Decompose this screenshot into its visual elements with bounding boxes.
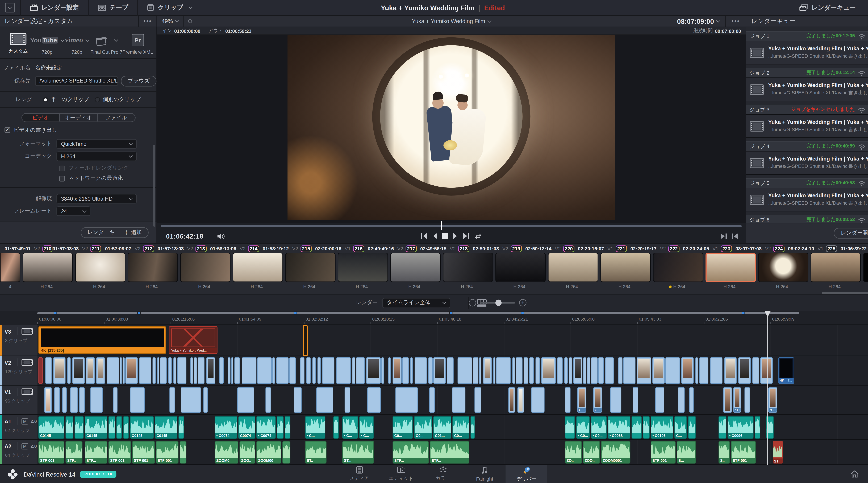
timeline-clip[interactable] xyxy=(531,387,545,413)
individual-clips-radio[interactable] xyxy=(95,97,100,102)
timeline-clip[interactable] xyxy=(322,357,335,384)
timeline-clip[interactable] xyxy=(130,387,145,413)
audio-clip[interactable] xyxy=(631,416,642,439)
audio-clip[interactable]: • C... xyxy=(359,416,374,439)
timeline-clip[interactable] xyxy=(508,387,515,413)
timeline-marker[interactable] xyxy=(294,311,297,315)
mute-button[interactable]: M xyxy=(22,443,28,449)
page-tab-fairlight[interactable]: Fairlight xyxy=(464,465,505,483)
audio-clip[interactable]: STF.. xyxy=(65,441,83,463)
export-video-checkbox[interactable]: ✓ xyxy=(4,127,10,133)
timeline-clip[interactable] xyxy=(761,357,773,384)
timeline-clip[interactable] xyxy=(493,357,495,384)
timeline-clip[interactable] xyxy=(157,357,159,384)
audio-clip[interactable]: • C0096 xyxy=(727,416,753,439)
timeline-marker[interactable] xyxy=(54,311,57,315)
timeline-clip[interactable] xyxy=(557,357,563,384)
timeline-clip[interactable] xyxy=(356,357,365,384)
job-header[interactable]: ジョブ 1完了しました00:12:05✕ xyxy=(746,32,868,41)
render-queue-toggle-button[interactable]: レンダーキュー xyxy=(790,0,865,15)
project-manager-icon[interactable] xyxy=(850,470,859,478)
track-header-v3[interactable]: V33 クリップ xyxy=(0,325,37,356)
timeline-ruler[interactable]: 01:00:00:0001:00:38:0301:01:16:0601:01:5… xyxy=(37,315,868,324)
audio-clip[interactable]: STF-001 xyxy=(651,441,676,463)
audio-clip[interactable]: • C0074 xyxy=(256,416,276,439)
track-header-a1[interactable]: A1M2.062 クリップ xyxy=(0,415,37,440)
timeline-clip[interactable] xyxy=(237,387,254,413)
panel-collapse-icon[interactable] xyxy=(5,3,14,12)
add-to-render-queue-button[interactable]: レンダーキューに追加 xyxy=(81,227,149,238)
audio-clip[interactable]: C0... xyxy=(453,416,469,439)
audio-mute-icon[interactable] xyxy=(217,233,225,239)
preset-premiere-xml[interactable]: Pr Premiere XML xyxy=(122,34,153,55)
audio-clip[interactable] xyxy=(285,416,290,439)
timeline-clip[interactable] xyxy=(190,357,193,384)
render-settings-button[interactable]: レンダー設定 xyxy=(21,0,88,15)
audio-clip[interactable]: • C... xyxy=(342,416,358,439)
timeline-clip[interactable] xyxy=(227,357,230,384)
network-optimization-checkbox[interactable] xyxy=(59,175,65,181)
timeline-clip[interactable] xyxy=(194,357,197,384)
timeline-clip[interactable] xyxy=(336,357,351,384)
job-header[interactable]: ジョブ 6完了しました00:08:52✕ xyxy=(746,216,868,223)
audio-clip[interactable]: ZOOM0001 xyxy=(601,441,630,463)
timeline-clip[interactable] xyxy=(54,387,60,413)
audio-clip[interactable]: ST xyxy=(773,441,783,463)
timeline-marker[interactable] xyxy=(449,311,453,315)
audio-clip[interactable] xyxy=(643,416,650,439)
film-frame-icon[interactable] xyxy=(22,388,33,395)
audio-clip[interactable]: • C0... xyxy=(576,416,590,439)
timeline-clip[interactable] xyxy=(316,387,333,413)
timeline-clip[interactable] xyxy=(113,387,118,413)
timeline-clip[interactable] xyxy=(574,357,582,384)
audio-clip[interactable] xyxy=(565,416,575,439)
timeline-clip[interactable] xyxy=(637,357,651,384)
timeline-clip[interactable] xyxy=(396,387,418,413)
timeline-clip[interactable] xyxy=(752,357,759,384)
timeline-clip[interactable] xyxy=(174,357,176,384)
timeline-clip[interactable] xyxy=(623,357,636,384)
audio-clip[interactable] xyxy=(116,416,122,439)
timeline-clip[interactable] xyxy=(678,387,685,413)
timeline-clip[interactable] xyxy=(206,357,215,384)
prev-clip-icon[interactable] xyxy=(732,233,738,239)
timeline-marker[interactable] xyxy=(521,311,524,315)
audio-clip[interactable]: STF-001 xyxy=(38,441,64,463)
timeline-clip[interactable] xyxy=(433,357,446,384)
clip-thumbnail[interactable] xyxy=(600,253,651,282)
timeline-clip[interactable] xyxy=(381,357,384,384)
film-frame-icon[interactable] xyxy=(22,359,33,366)
audio-clip[interactable]: STF-001 xyxy=(156,441,179,463)
audio-clip[interactable]: • C0106 xyxy=(651,416,673,439)
settings-scrollbar[interactable] xyxy=(153,145,155,227)
timeline-clip[interactable] xyxy=(257,357,272,384)
clip-thumbnail[interactable] xyxy=(863,253,868,282)
audio-clip[interactable]: C01... xyxy=(433,416,452,439)
timeline-clip[interactable] xyxy=(153,357,156,384)
job-body[interactable]: Yuka + Yumiko Wedding Film | Yuka + Yu..… xyxy=(746,115,868,137)
timeline-clip[interactable] xyxy=(242,357,256,384)
clip-thumbnail[interactable] xyxy=(810,253,861,282)
single-clip-radio[interactable] xyxy=(43,97,48,102)
timeline-clip[interactable] xyxy=(583,357,586,384)
timeline-clip[interactable] xyxy=(524,357,528,384)
audio-clip[interactable]: S... xyxy=(677,441,696,463)
tab-video[interactable]: ビデオ xyxy=(22,114,60,122)
audio-clip[interactable] xyxy=(282,441,290,463)
timeline-clip[interactable] xyxy=(203,387,208,413)
timeline-clip[interactable] xyxy=(160,357,167,384)
timeline-clip[interactable] xyxy=(345,387,350,413)
audio-clip[interactable]: • C... xyxy=(305,416,325,439)
timeline-clip[interactable] xyxy=(564,357,568,384)
timeline-clip[interactable] xyxy=(178,357,186,384)
timeline-clip[interactable] xyxy=(745,387,750,413)
clip-thumbnail[interactable] xyxy=(548,253,598,282)
audio-clip[interactable]: • C0... xyxy=(591,416,607,439)
job-6[interactable]: ジョブ 6完了しました00:08:52✕ xyxy=(746,215,868,223)
timeline-clip[interactable] xyxy=(388,357,391,384)
page-tab-deliver[interactable]: デリバー xyxy=(505,465,547,483)
audio-clip[interactable] xyxy=(470,416,475,439)
audio-clip[interactable]: • C0068 xyxy=(608,416,630,439)
timeline-clip[interactable] xyxy=(447,357,454,384)
timeline-clip[interactable] xyxy=(44,387,52,413)
